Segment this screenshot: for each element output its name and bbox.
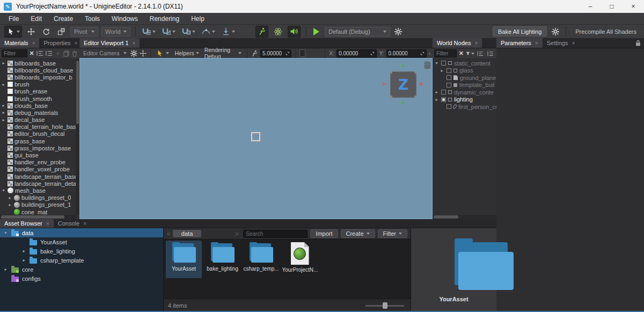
collapse-tree-icon[interactable] xyxy=(36,49,43,58)
game-mode-button[interactable] xyxy=(255,26,268,38)
tab-parameters[interactable]: Parameters× xyxy=(496,38,543,48)
camera-settings-gear-icon[interactable] xyxy=(130,49,137,57)
node-enabled-checkbox[interactable] xyxy=(447,68,451,73)
materials-filter-input[interactable] xyxy=(4,50,25,56)
world-node-item[interactable]: first_person_con xyxy=(433,103,496,111)
expand-tree-icon[interactable] xyxy=(487,49,495,58)
tab-close-icon[interactable]: × xyxy=(133,40,136,46)
material-item[interactable]: handler_voxel_probe xyxy=(0,166,76,173)
snap-spline-button[interactable] xyxy=(200,26,217,37)
collapse-tree-icon[interactable] xyxy=(477,49,485,58)
delete-material-icon[interactable] xyxy=(71,49,78,58)
material-item[interactable]: gui_base xyxy=(0,151,76,158)
node-enabled-checkbox[interactable] xyxy=(447,83,451,88)
node-enabled-checkbox[interactable] xyxy=(441,61,446,66)
tab-close-icon[interactable]: × xyxy=(46,221,49,227)
expander-icon[interactable]: ▾ xyxy=(1,188,6,193)
thumbnail-size-slider[interactable] xyxy=(365,302,404,309)
tab-settings[interactable]: Settings× xyxy=(543,38,580,48)
file-tile-yourasset[interactable]: YourAsset xyxy=(166,241,202,278)
expander-icon[interactable]: ▸ xyxy=(1,61,6,66)
navigation-pan-icon[interactable] xyxy=(140,49,147,57)
material-item[interactable]: handler_env_probe xyxy=(0,159,76,166)
tab-close-icon[interactable]: × xyxy=(572,40,575,46)
physics-toggle-button[interactable] xyxy=(272,26,284,37)
tab-asset-browser[interactable]: Asset Browser× xyxy=(0,219,54,228)
world-node-item[interactable]: ▸glass xyxy=(433,67,496,75)
world-node-item[interactable]: ground_plane xyxy=(433,74,496,82)
gizmo-rotate-down-icon[interactable]: ▼ xyxy=(400,63,406,69)
material-item[interactable]: brush_erase xyxy=(0,88,76,95)
breadcrumb[interactable]: data xyxy=(173,230,201,237)
world-node-item[interactable]: ▸lighting xyxy=(433,96,496,104)
node-enabled-checkbox[interactable] xyxy=(441,97,446,102)
file-tile-bake-lighting[interactable]: bake_lighting xyxy=(204,241,240,278)
material-item[interactable]: editor_brush_decal xyxy=(0,130,76,137)
materials-vertical-scrollbar[interactable] xyxy=(76,60,79,215)
run-config-select[interactable]: Default (Debug) xyxy=(325,27,390,37)
material-item[interactable]: ▸clouds_base xyxy=(0,102,76,109)
material-item[interactable]: grass_base xyxy=(0,137,76,144)
material-item[interactable]: ▸debug_materials xyxy=(0,109,76,116)
rotate-tool-button[interactable] xyxy=(40,26,52,37)
folder-tree-item-bake-lighting[interactable]: ▸bake_lighting xyxy=(0,246,163,256)
tab-world-nodes[interactable]: World Nodes× xyxy=(433,38,482,48)
y-position-field[interactable] xyxy=(386,49,427,57)
select-tool-button[interactable] xyxy=(4,26,22,38)
snap-angle-button[interactable] xyxy=(160,26,177,37)
asset-search-input[interactable] xyxy=(246,231,305,237)
tab-editor-viewport-1[interactable]: Editor Viewport 1× xyxy=(79,38,140,48)
tab-close-icon[interactable]: × xyxy=(474,40,478,46)
run-settings-gear-icon[interactable] xyxy=(394,27,402,36)
gizmo-projection-toggle-icon[interactable] xyxy=(424,61,431,69)
expander-icon[interactable]: ▸ xyxy=(21,258,26,263)
material-item[interactable]: billboards_cloud_base xyxy=(0,67,76,74)
snap-grid-button[interactable] xyxy=(141,26,157,37)
file-tile-yourprojectn-[interactable]: YourProjectN... xyxy=(282,241,318,278)
world-node-item[interactable]: ▾static_content xyxy=(433,60,496,67)
node-enabled-checkbox[interactable] xyxy=(447,104,451,109)
toolbar-overflow-chevron-icon[interactable]: › xyxy=(429,50,431,56)
y-position-input[interactable] xyxy=(389,50,419,56)
expander-icon[interactable]: ▸ xyxy=(434,97,439,102)
bake-all-lighting-button[interactable]: Bake All Lighting xyxy=(493,26,547,37)
speed-preset-1[interactable] xyxy=(299,49,305,57)
create-button[interactable]: Create xyxy=(341,229,375,238)
world-node-item[interactable]: template_buil xyxy=(433,82,496,89)
clear-filter-icon[interactable]: ✕ xyxy=(30,50,34,57)
tab-materials[interactable]: Materials× xyxy=(0,38,39,48)
nav-forward-icon[interactable]: > xyxy=(235,231,238,237)
precompile-shaders-button[interactable]: Precompile All Shaders xyxy=(572,27,640,36)
world-nodes-horizontal-scrollbar[interactable] xyxy=(433,215,496,219)
material-item[interactable]: ▸brush xyxy=(0,81,76,88)
filter-button[interactable]: Filter xyxy=(378,229,407,238)
menu-tools[interactable]: Tools xyxy=(79,14,105,24)
drop-to-ground-button[interactable] xyxy=(220,26,237,37)
expander-icon[interactable]: ▸ xyxy=(1,118,6,122)
expander-icon[interactable]: ▸ xyxy=(21,249,26,253)
speed-preset-3[interactable] xyxy=(316,49,321,57)
expander-icon[interactable]: ▾ xyxy=(3,230,8,235)
x-position-field[interactable] xyxy=(336,49,377,57)
expander-icon[interactable]: ▾ xyxy=(434,61,439,66)
material-item[interactable]: ▸buildings_preset_0 xyxy=(0,194,76,201)
node-enabled-checkbox[interactable] xyxy=(447,75,451,80)
expander-icon[interactable]: ▸ xyxy=(8,202,12,207)
expander-icon[interactable]: ▸ xyxy=(1,82,6,87)
material-item[interactable]: landscape_terrain_base xyxy=(0,173,76,180)
scene-object-outline[interactable] xyxy=(251,132,261,142)
pivot-select[interactable]: Pivot xyxy=(70,27,98,37)
bake-settings-gear-icon[interactable] xyxy=(551,27,560,36)
lock-icon[interactable] xyxy=(635,40,641,46)
file-tile-csharp-temp-[interactable]: csharp_temp... xyxy=(243,241,279,278)
sound-toggle-button[interactable] xyxy=(288,26,301,38)
camera-speed-field[interactable] xyxy=(260,49,291,57)
close-button[interactable]: × xyxy=(623,0,644,13)
expander-icon[interactable]: ▸ xyxy=(8,195,12,200)
menu-file[interactable]: File xyxy=(3,14,24,24)
move-tool-button[interactable] xyxy=(25,26,37,37)
material-item[interactable]: ▸decal_base xyxy=(0,117,76,124)
tab-close-icon[interactable]: × xyxy=(32,40,35,46)
tab-close-icon[interactable]: × xyxy=(535,40,538,46)
material-item[interactable]: ▸buildings_preset_1 xyxy=(0,201,76,208)
